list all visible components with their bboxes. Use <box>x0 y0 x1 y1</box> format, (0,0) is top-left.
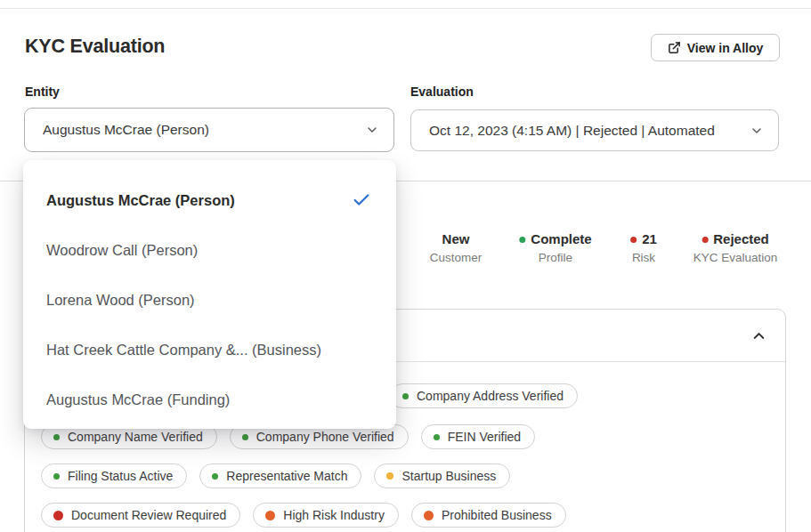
status-label: Risk <box>630 251 657 265</box>
tag-label: Prohibited Business <box>442 508 552 522</box>
status-label: KYC Evaluation <box>693 251 778 265</box>
tag-dot-icon <box>53 511 63 520</box>
dropdown-option-lorena-wood-person[interactable]: Lorena Wood (Person) <box>23 275 396 325</box>
page-title: KYC Evaluation <box>25 36 165 58</box>
tag-chip: Startup Business <box>374 463 510 488</box>
evaluation-select-value: Oct 12, 2023 (4:15 AM) | Rejected | Auto… <box>429 123 750 139</box>
entity-dropdown-menu: Augustus McCrae (Person) Woodrow Call (P… <box>23 160 396 429</box>
tag-chip: Company Address Verified <box>390 383 578 408</box>
tag-label: Company Phone Verified <box>256 430 394 444</box>
dropdown-option-augustus-mccrae-person[interactable]: Augustus McCrae (Person) <box>23 175 396 225</box>
tag-chip: Document Review Required <box>41 503 240 528</box>
status-label: Profile <box>519 251 591 265</box>
tag-label: High Risk Industry <box>283 508 385 522</box>
status-label: Customer <box>430 251 483 265</box>
tag-dot-icon <box>265 511 275 520</box>
status-complete-profile: Complete Profile <box>519 231 591 265</box>
tag-dot-icon <box>402 393 409 399</box>
dropdown-option-label: Hat Creek Cattle Company &... (Business) <box>46 342 371 359</box>
dropdown-option-hat-creek-cattle-company-business[interactable]: Hat Creek Cattle Company &... (Business) <box>23 325 396 375</box>
tag-dot-icon <box>434 434 440 440</box>
entity-select[interactable]: Augustus McCrae (Person) <box>24 108 394 152</box>
status-kyc-evaluation: Rejected KYC Evaluation <box>693 231 778 265</box>
tag-chip: Filing Status Active <box>41 463 187 488</box>
evaluation-label: Evaluation <box>410 85 474 99</box>
dropdown-option-label: Augustus McCrae (Funding) <box>46 391 371 408</box>
status-value: 21 <box>642 231 657 247</box>
tag-dot-icon <box>53 473 60 480</box>
tag-dot-icon <box>386 472 393 480</box>
dropdown-option-label: Woodrow Call (Person) <box>46 242 371 259</box>
tag-chip: High Risk Industry <box>253 503 399 528</box>
tag-chip: FEIN Verified <box>421 424 535 449</box>
tag-dot-icon <box>212 473 218 480</box>
chevron-down-icon <box>750 124 764 138</box>
status-new-customer: New Customer <box>430 231 483 265</box>
tag-label: Startup Business <box>401 469 496 483</box>
tag-chip: Prohibited Business <box>411 503 566 528</box>
tag-label: Representative Match <box>226 469 347 483</box>
status-dot-icon <box>630 237 637 243</box>
status-value: Complete <box>531 231 591 247</box>
tag-dot-icon <box>242 434 248 440</box>
tag-label: Company Address Verified <box>417 389 564 403</box>
kyc-evaluation-panel: KYC Evaluation View in Alloy Entity Augu… <box>0 0 811 532</box>
collapse-section-button[interactable] <box>748 325 769 346</box>
view-in-alloy-label: View in Alloy <box>687 41 764 55</box>
status-dot-icon <box>519 237 525 243</box>
dropdown-option-augustus-mccrae-funding[interactable]: Augustus McCrae (Funding) <box>23 375 396 424</box>
tag-dot-icon <box>424 511 434 520</box>
status-value: New <box>442 231 470 247</box>
top-divider <box>0 8 811 9</box>
tag-label: Document Review Required <box>71 508 226 522</box>
status-risk-score: 21 Risk <box>630 231 657 265</box>
dropdown-option-woodrow-call-person[interactable]: Woodrow Call (Person) <box>23 225 396 275</box>
status-dot-icon <box>702 237 708 243</box>
chevron-up-icon <box>750 327 767 344</box>
tag-dot-icon <box>53 434 60 440</box>
view-in-alloy-button[interactable]: View in Alloy <box>651 34 780 61</box>
tag-chip: Representative Match <box>199 463 361 488</box>
external-link-icon <box>668 41 681 54</box>
status-value: Rejected <box>713 231 769 247</box>
dropdown-option-label: Augustus McCrae (Person) <box>46 192 352 209</box>
tag-label: Company Name Verified <box>68 430 203 444</box>
dropdown-option-label: Lorena Wood (Person) <box>46 292 371 309</box>
tag-label: Filing Status Active <box>68 469 173 483</box>
chevron-down-icon <box>365 123 379 137</box>
entity-label: Entity <box>25 85 60 99</box>
check-icon <box>352 190 371 210</box>
evaluation-select[interactable]: Oct 12, 2023 (4:15 AM) | Rejected | Auto… <box>410 109 779 151</box>
entity-select-value: Augustus McCrae (Person) <box>43 122 365 138</box>
tag-label: FEIN Verified <box>448 430 521 444</box>
